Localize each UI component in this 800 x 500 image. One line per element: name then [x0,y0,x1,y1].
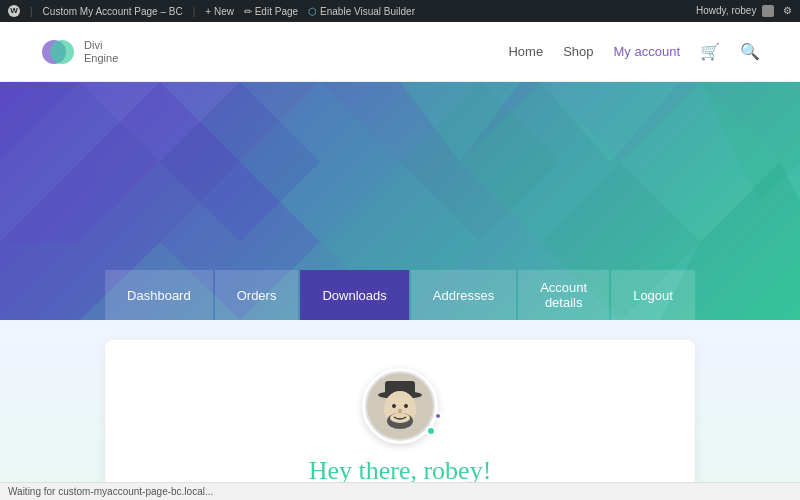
nav-home[interactable]: Home [508,44,543,59]
svg-point-29 [404,404,408,408]
new-label: + New [205,6,234,17]
howdy-text: Howdy, robey [696,5,756,16]
status-text: Waiting for custom-myaccount-page-bc.loc… [8,486,213,497]
user-avatar-small [762,5,774,17]
logo-sub: Engine [84,52,118,64]
logo-text-block: Divi Engine [84,39,118,63]
nav-my-account[interactable]: My account [614,44,680,59]
tab-dashboard[interactable]: Dashboard [105,270,213,320]
site-nav: Home Shop My account 🛒 🔍 [508,42,760,61]
content-area: Hey there, robey! Thank you again for be… [0,320,800,500]
site-header: Divi Engine Home Shop My account 🛒 🔍 [0,22,800,82]
site-name-item[interactable]: Custom My Account Page – BC [43,6,183,17]
content-card: Hey there, robey! Thank you again for be… [105,340,695,500]
tab-orders[interactable]: Orders [215,270,299,320]
site-logo[interactable]: Divi Engine [40,34,118,70]
svg-point-1 [50,40,74,64]
visual-builder-item[interactable]: ⬡ Enable Visual Builder [308,6,415,17]
new-item[interactable]: + New [205,6,234,17]
search-icon[interactable]: 🔍 [740,42,760,61]
admin-bar-separator2: | [193,6,196,17]
hero-section: Dashboard Orders Downloads Addresses Acc… [0,82,800,320]
avatar-dot-teal [426,426,436,436]
tab-logout[interactable]: Logout [611,270,695,320]
tab-account-details[interactable]: Account details [518,270,609,320]
edit-page-label: ✏ Edit Page [244,6,298,17]
svg-point-32 [390,413,410,423]
tab-addresses[interactable]: Addresses [411,270,516,320]
avatar-svg [365,371,435,441]
visual-builder-label: Enable Visual Builder [320,6,415,17]
nav-shop[interactable]: Shop [563,44,593,59]
avatar-wrap [362,368,438,444]
account-tab-nav: Dashboard Orders Downloads Addresses Acc… [105,270,695,320]
logo-svg [40,34,76,70]
wp-menu-item[interactable]: W [8,5,20,17]
svg-point-30 [398,409,402,414]
screen-options-icon[interactable]: ⚙ [783,5,792,16]
status-bar: Waiting for custom-myaccount-page-bc.loc… [0,482,800,500]
logo-name: Divi [84,39,118,51]
tab-downloads[interactable]: Downloads [300,270,408,320]
admin-bar: W | Custom My Account Page – BC | + New … [0,0,800,22]
svg-point-28 [392,404,396,408]
admin-bar-right: Howdy, robey ⚙ [696,5,792,17]
admin-bar-separator: | [30,6,33,17]
edit-page-item[interactable]: ✏ Edit Page [244,6,298,17]
wordpress-icon: W [8,5,20,17]
cart-icon[interactable]: 🛒 [700,42,720,61]
avatar-dot-purple [434,412,442,420]
site-name-label: Custom My Account Page – BC [43,6,183,17]
admin-bar-left: W | Custom My Account Page – BC | + New … [8,5,415,17]
